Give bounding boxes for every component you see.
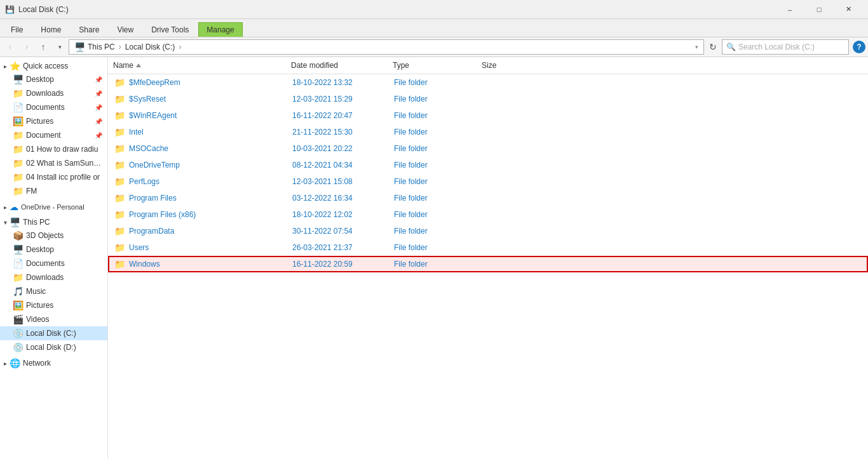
ribbon-tab-manage[interactable]: Manage — [198, 22, 242, 37]
table-row[interactable]: 📁PerfLogs12-03-2021 15:08File folder — [108, 173, 868, 190]
this-pc-item-music[interactable]: 🎵Music — [0, 284, 107, 298]
table-row[interactable]: 📁Windows16-11-2022 20:59File folder — [108, 256, 868, 272]
table-row[interactable]: 📁$SysReset12-03-2021 15:29File folder — [108, 91, 868, 107]
table-row[interactable]: 📁$MfeDeepRem18-10-2022 13:32File folder — [108, 74, 868, 91]
table-row[interactable]: 📁MSOCache10-03-2021 20:22File folder — [108, 140, 868, 157]
table-row[interactable]: 📁ProgramData30-11-2022 07:54File folder — [108, 223, 868, 239]
minimize-button[interactable]: – — [775, 0, 804, 19]
ribbon-tab-share[interactable]: Share — [71, 22, 107, 37]
ribbon: FileHomeShareViewDrive ToolsManage — [0, 19, 868, 37]
this-pc-sidebar-icon: 🖥️ — [10, 217, 20, 227]
refresh-button[interactable]: ↻ — [705, 39, 721, 55]
quick-access-item-downloads[interactable]: 📁Downloads📌 — [0, 86, 107, 100]
address-input[interactable]: 🖥️ This PC › Local Disk (C:) › ▾ — [69, 39, 704, 55]
breadcrumb-thispc[interactable]: This PC — [88, 43, 115, 51]
table-row[interactable]: 📁Users26-03-2021 21:37File folder — [108, 239, 868, 256]
col-name-label: Name — [113, 61, 133, 70]
this-pc-item-local-disk-d:[interactable]: 💿Local Disk (D:) — [0, 340, 107, 354]
address-dropdown-icon[interactable]: ▾ — [695, 44, 698, 50]
pin-icon: 📌 — [95, 76, 102, 83]
col-name-header[interactable]: Name — [108, 60, 286, 71]
ribbon-tab-home[interactable]: Home — [32, 22, 69, 37]
item-icon: 💿 — [13, 328, 24, 338]
item-icon: 💿 — [13, 342, 24, 352]
quick-access-expand-icon: ▸ — [4, 63, 7, 70]
sidebar-item-label: Downloads — [26, 89, 64, 98]
col-size-header[interactable]: Size — [477, 60, 527, 71]
quick-access-item-document[interactable]: 📁Document📌 — [0, 128, 107, 142]
pin-icon: 📌 — [95, 132, 102, 139]
file-name-label: Program Files (x86) — [129, 210, 196, 219]
item-icon: 📦 — [13, 230, 24, 241]
sidebar: ▸ ⭐ Quick access 🖥️Desktop📌📁Downloads📌📄D… — [0, 57, 108, 459]
file-size-cell — [478, 263, 529, 265]
folder-icon: 📁 — [114, 259, 125, 269]
pin-icon: 📌 — [95, 118, 102, 125]
file-area: Name Date modified Type Size 📁$MfeDeepRe… — [108, 57, 868, 459]
folder-icon: 📁 — [114, 243, 125, 253]
recent-locations-button[interactable]: ▾ — [52, 39, 67, 55]
sidebar-item-label: Local Disk (C:) — [26, 329, 76, 338]
up-button[interactable]: ↑ — [36, 39, 51, 55]
folder-icon: 📁 — [13, 130, 24, 140]
ribbon-tab-drive-tools[interactable]: Drive Tools — [143, 22, 197, 37]
ribbon-tab-view[interactable]: View — [109, 22, 142, 37]
this-pc-item-documents[interactable]: 📄Documents — [0, 256, 107, 270]
quick-access-item-01-how-to-draw-radiu[interactable]: 📁01 How to draw radiu — [0, 142, 107, 156]
quick-access-header[interactable]: ▸ ⭐ Quick access — [0, 57, 107, 72]
this-pc-item-videos[interactable]: 🎬Videos — [0, 312, 107, 326]
quick-access-item-pictures[interactable]: 🖼️Pictures📌 — [0, 114, 107, 128]
file-size-cell — [478, 164, 529, 166]
network-header[interactable]: ▸ 🌐 Network — [0, 354, 107, 369]
this-pc-item-desktop[interactable]: 🖥️Desktop — [0, 243, 107, 256]
item-icon: 🎵 — [13, 286, 24, 296]
network-icon: 🌐 — [10, 358, 20, 368]
col-date-header[interactable]: Date modified — [286, 60, 388, 71]
col-date-label: Date modified — [291, 61, 338, 70]
table-row[interactable]: 📁OneDriveTemp08-12-2021 04:34File folder — [108, 157, 868, 173]
file-name-label: Users — [129, 243, 149, 252]
forward-button[interactable]: › — [19, 39, 34, 55]
this-pc-item-local-disk-c:[interactable]: 💿Local Disk (C:) — [0, 326, 107, 340]
ribbon-tab-file[interactable]: File — [3, 22, 31, 37]
file-date-cell: 03-12-2022 16:34 — [287, 193, 389, 203]
folder-icon: 📁 — [114, 160, 125, 170]
col-type-header[interactable]: Type — [388, 60, 477, 71]
file-size-cell — [478, 115, 529, 116]
sidebar-item-label: Desktop — [26, 75, 54, 84]
file-name-cell: 📁$MfeDeepRem — [109, 77, 287, 88]
table-row[interactable]: 📁Program Files (x86)18-10-2022 12:02File… — [108, 206, 868, 223]
this-pc-item-pictures[interactable]: 🖼️Pictures — [0, 298, 107, 312]
this-pc-icon: 🖥️ — [74, 42, 85, 52]
table-row[interactable]: 📁Intel21-11-2022 15:30File folder — [108, 124, 868, 140]
folder-icon: 📁 — [13, 144, 24, 154]
sidebar-item-label: 01 How to draw radiu — [26, 145, 98, 154]
this-pc-label: This PC — [23, 218, 50, 227]
quick-access-item-fm[interactable]: 📁FM — [0, 184, 107, 198]
file-name-cell: 📁$SysReset — [109, 93, 287, 105]
table-row[interactable]: 📁$WinREAgent16-11-2022 20:47File folder — [108, 107, 868, 124]
this-pc-header[interactable]: ▾ 🖥️ This PC — [0, 213, 107, 229]
help-button[interactable]: ? — [853, 41, 865, 53]
onedrive-header[interactable]: ▸ ☁ OneDrive - Personal — [0, 198, 107, 213]
folder-icon: 📁 — [13, 158, 24, 168]
search-box[interactable]: 🔍 Search Local Disk (C:) — [722, 39, 849, 55]
close-button[interactable]: ✕ — [834, 0, 863, 19]
network-expand-icon: ▸ — [4, 360, 7, 367]
file-type-cell: File folder — [389, 143, 478, 154]
this-pc-item-3d-objects[interactable]: 📦3D Objects — [0, 229, 107, 243]
ribbon-tabs: FileHomeShareViewDrive ToolsManage — [0, 19, 868, 37]
quick-access-item-04-install-icc-profile-or[interactable]: 📁04 Install icc profile or — [0, 170, 107, 184]
sidebar-item-label: 04 Install icc profile or — [26, 173, 100, 182]
table-row[interactable]: 📁Program Files03-12-2022 16:34File folde… — [108, 190, 868, 206]
search-placeholder: Search Local Disk (C:) — [738, 43, 815, 51]
file-type-cell: File folder — [389, 243, 478, 253]
maximize-button[interactable]: □ — [804, 0, 834, 19]
back-button[interactable]: ‹ — [3, 39, 18, 55]
quick-access-item-desktop[interactable]: 🖥️Desktop📌 — [0, 72, 107, 86]
quick-access-item-documents[interactable]: 📄Documents📌 — [0, 100, 107, 114]
quick-access-item-02-what-is-samsung-c[interactable]: 📁02 What is SamSung c — [0, 156, 107, 170]
breadcrumb-local-disk[interactable]: Local Disk (C:) — [125, 43, 175, 51]
this-pc-item-downloads[interactable]: 📁Downloads — [0, 270, 107, 284]
sort-icon — [136, 63, 141, 67]
